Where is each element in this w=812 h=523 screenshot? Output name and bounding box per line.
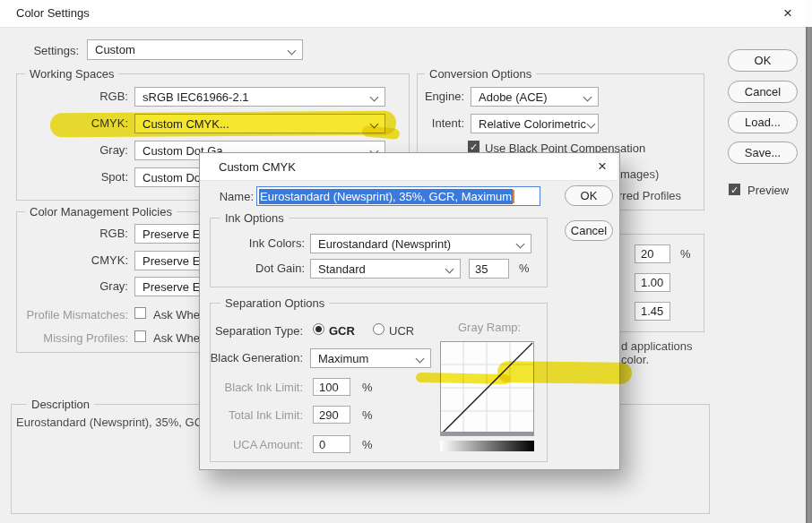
gray-ramp-label: Gray Ramp: [458,321,521,334]
custom-cmyk-title: Custom CMYK [219,160,296,174]
uca-amount-label: UCA Amount: [222,438,303,451]
scene-referred-label-fragment: rred Profiles [618,189,681,202]
screen: Color Settings × Settings: Custom Workin… [0,0,812,523]
black-ink-limit-field[interactable]: 100 [313,378,350,396]
total-ink-limit-label: Total Ink Limit: [222,408,303,422]
preview-label: Preview [747,184,789,197]
check-icon: ✓ [470,141,478,152]
window-title: Color Settings [16,6,90,20]
ucr-radio[interactable] [373,323,384,335]
blend-rgb-gamma-field[interactable]: 1.00 [635,273,670,292]
description-text: Eurostandard (Newsprint), 35%, GC [16,416,203,429]
ink-colors-value: Eurostandard (Newsprint) [318,237,451,251]
gray-ramp-curve [440,341,534,436]
black-generation-label: Black Generation: [204,351,303,364]
gray-label: Gray: [18,143,128,157]
name-selected-text: Eurostandard (Newsprint), 35%, GCR, Maxi… [259,189,513,204]
black-ink-limit-percent: % [362,381,373,394]
chevron-down-icon [583,93,592,102]
highlight-marker-black-generation-tail [416,373,510,384]
cancel-button[interactable]: Cancel [728,81,798,103]
gcr-radio[interactable] [313,323,324,335]
total-ink-limit-percent: % [362,408,373,422]
close-icon[interactable]: × [592,158,612,176]
highlight-marker-black-generation [497,361,632,384]
desaturate-percent-field[interactable]: 20 [635,244,670,263]
check-icon: ✓ [730,184,739,195]
chevron-down-icon [516,240,525,249]
chevron-down-icon [416,355,425,364]
settings-value: Custom [95,43,135,56]
settings-label: Settings: [18,44,79,57]
dialog-cancel-button[interactable]: Cancel [565,220,613,241]
policies-title: Color Management Policies [25,205,177,219]
black-point-compensation-checkbox[interactable]: ✓ [468,141,479,152]
window-edge-top [806,0,812,27]
dot-gain-percent: % [519,262,530,275]
rgb-dropdown[interactable]: sRGB IEC61966-2.1 [134,87,385,107]
gcr-label: GCR [329,324,355,338]
policies-gray-label: Gray: [18,279,128,293]
uca-amount-percent: % [362,438,373,451]
sync-message-fragment-line1: d applications [621,339,693,353]
engine-dropdown[interactable]: Adobe (ACE) [471,87,599,107]
total-ink-limit-field[interactable]: 290 [313,406,350,424]
desaturate-percent-suffix: % [680,247,691,261]
text-caret [513,190,514,203]
window-edge [806,27,812,523]
profile-mismatches-checkbox[interactable] [134,307,146,319]
dialog-ok-button[interactable]: OK [565,185,613,206]
highlight-marker-cmyk [50,111,396,138]
ink-options-title: Ink Options [220,211,289,225]
engine-value: Adobe (ACE) [479,90,548,104]
ok-button[interactable]: OK [728,49,798,72]
uca-amount-field[interactable]: 0 [313,435,350,453]
intent-value: Relative Colorimetric [479,117,586,131]
preview-checkbox[interactable]: ✓ [729,184,740,195]
working-spaces-title: Working Spaces [25,67,118,81]
description-title: Description [27,398,94,411]
policies-rgb-label: RGB: [18,227,128,240]
ink-colors-dropdown[interactable]: Eurostandard (Newsprint) [310,234,531,253]
chevron-down-icon [445,265,454,274]
dot-gain-label: Dot Gain: [209,262,305,275]
black-ink-limit-label: Black Ink Limit: [222,381,303,394]
engine-label: Engine: [375,90,464,103]
dot-gain-dropdown[interactable]: Standard [310,259,461,279]
close-icon[interactable]: × [778,4,798,22]
load-button[interactable]: Load... [728,111,798,133]
spot-label: Spot: [18,170,128,184]
policies-cmyk-label: CMYK: [18,253,128,267]
settings-dropdown[interactable]: Custom [87,39,303,60]
black-generation-value: Maximum [318,352,368,365]
ucr-label: UCR [389,324,414,338]
rgb-label: RGB: [18,90,128,103]
custom-cmyk-dialog: Custom CMYK × Name: Eurostandard (Newspr… [199,152,620,470]
use-dither-label-fragment: mages) [620,167,659,181]
missing-profiles-label: Missing Profiles: [18,331,128,345]
conversion-title: Conversion Options [425,67,536,81]
separation-options-title: Separation Options [220,296,329,310]
intent-dropdown[interactable]: Relative Colorimetric [471,114,599,133]
missing-profiles-checkbox[interactable] [134,330,146,342]
save-button[interactable]: Save... [728,141,798,164]
profile-mismatches-label: Profile Mismatches: [18,308,128,322]
window-titlebar [0,0,806,28]
blend-text-gamma-field[interactable]: 1.45 [635,302,670,321]
separation-type-label: Separation Type: [211,324,303,338]
name-label: Name: [207,190,254,203]
dot-gain-value: Standard [318,262,366,276]
gray-ramp-gradient [440,441,534,451]
black-generation-dropdown[interactable]: Maximum [310,348,431,368]
chevron-down-icon [587,120,596,129]
name-input[interactable]: Eurostandard (Newsprint), 35%, GCR, Maxi… [256,186,540,206]
ink-colors-label: Ink Colors: [209,236,305,250]
rgb-value: sRGB IEC61966-2.1 [143,90,249,104]
dot-gain-amount-field[interactable]: 35 [469,259,509,279]
chevron-down-icon [288,47,297,56]
